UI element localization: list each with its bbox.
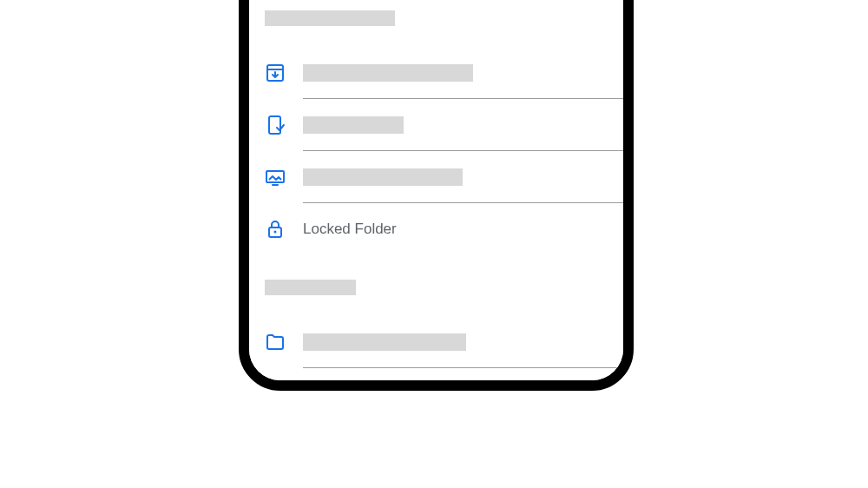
list-item-label-placeholder — [303, 116, 404, 134]
phone-frame: Locked Folder — [239, 0, 634, 391]
list-item-device[interactable] — [265, 109, 608, 141]
section-header-placeholder — [265, 10, 395, 26]
archive-icon — [265, 63, 286, 83]
divider — [303, 150, 623, 151]
divider — [303, 367, 623, 368]
svg-rect-2 — [269, 116, 280, 134]
lock-icon — [265, 219, 286, 240]
section-header-placeholder — [265, 280, 356, 295]
app-screen: Locked Folder — [249, 0, 623, 380]
svg-rect-3 — [266, 171, 284, 182]
list-item-label-placeholder — [303, 64, 473, 82]
list-item-folder[interactable] — [265, 326, 608, 358]
list-item-label: Locked Folder — [303, 221, 397, 238]
photo-frame-icon — [265, 167, 286, 188]
list-item-photo-frame[interactable] — [265, 162, 608, 193]
divider — [303, 98, 623, 99]
list-item-label-placeholder — [303, 333, 466, 351]
list-item-label-placeholder — [303, 168, 463, 186]
settings-list: Locked Folder — [265, 0, 608, 358]
list-item-archive[interactable] — [265, 57, 608, 89]
list-item-locked-folder[interactable]: Locked Folder — [265, 214, 608, 245]
folder-icon — [265, 332, 286, 353]
device-check-icon — [265, 115, 286, 135]
svg-point-6 — [274, 231, 277, 234]
divider — [303, 202, 623, 203]
